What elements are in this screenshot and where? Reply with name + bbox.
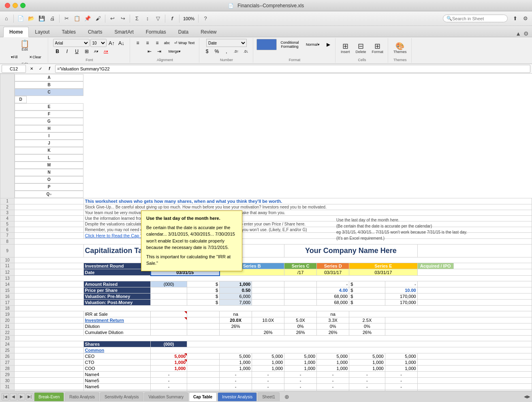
redo-btn[interactable]: ↪: [118, 14, 128, 23]
row-num-11[interactable]: 11: [0, 263, 15, 269]
undo-btn[interactable]: ↩: [107, 14, 117, 23]
tab-nav-first[interactable]: |◀: [2, 393, 9, 400]
cell-i14[interactable]: $: [349, 281, 385, 287]
tab-review[interactable]: Review: [194, 27, 222, 37]
wrap-text-btn[interactable]: ⏎ Wrap Text: [172, 39, 197, 47]
sort-btn[interactable]: ↕: [143, 14, 152, 23]
cell-g27[interactable]: 1,000: [284, 359, 317, 366]
col-header-h[interactable]: H: [15, 125, 83, 132]
cell-k17[interactable]: [417, 300, 532, 306]
sheet-tab-ratio[interactable]: Ratio Analysis: [65, 392, 99, 401]
sheet-tab-sheet1[interactable]: Sheet1: [258, 392, 280, 401]
cell-b25[interactable]: Common: [83, 347, 151, 353]
col-header-m[interactable]: M: [15, 162, 83, 169]
underline-btn[interactable]: U: [73, 47, 81, 55]
cell-b26[interactable]: CEO: [83, 353, 151, 359]
cell-e22[interactable]: [220, 330, 252, 336]
grid-container[interactable]: A B C D E F G H I J K L M N O P Q »: [0, 74, 532, 391]
cell-k26[interactable]: [417, 353, 532, 359]
cell-d24[interactable]: [187, 341, 532, 347]
comma2-btn[interactable]: ,: [222, 47, 231, 55]
col-header-j[interactable]: J: [15, 140, 83, 147]
cell-d15[interactable]: $: [187, 287, 220, 294]
cell-h20[interactable]: 3.3X: [317, 317, 349, 323]
col-header-f[interactable]: F: [15, 111, 83, 118]
cell-i26[interactable]: 5,000: [349, 353, 385, 359]
increase-font-btn[interactable]: A↑: [107, 39, 116, 47]
cell-c28[interactable]: 1,000: [151, 366, 187, 372]
delete-btn[interactable]: ⊟ Delete: [354, 41, 368, 55]
cell-a12[interactable]: [15, 269, 84, 276]
cell-j28[interactable]: 1,000: [385, 366, 417, 372]
tab-smartart[interactable]: SmartArt: [108, 27, 139, 37]
cell-k11[interactable]: Acquired / IPO: [417, 263, 453, 269]
help-btn[interactable]: ?: [201, 14, 210, 23]
cell-f21[interactable]: [252, 323, 284, 330]
col-header-p[interactable]: P: [15, 183, 83, 191]
clear-btn[interactable]: ✕ Clear: [25, 53, 45, 61]
cell-i22[interactable]: 26%: [349, 330, 385, 336]
cell-b1[interactable]: This worksheet shows who gets how many s…: [83, 198, 532, 204]
align-right-btn[interactable]: ≡: [153, 39, 162, 47]
cancel-formula-btn[interactable]: ✕: [28, 65, 36, 73]
align-left-btn[interactable]: ≡: [133, 39, 142, 47]
col-header-c[interactable]: C: [15, 89, 83, 96]
col-header-i[interactable]: I: [15, 132, 83, 140]
cell-c24[interactable]: (000): [151, 341, 187, 347]
ribbon-collapse-btn[interactable]: ▲: [515, 30, 521, 37]
cell-d20[interactable]: [187, 317, 220, 323]
cell-h14[interactable]: -: [317, 281, 349, 287]
decrease-dec-btn[interactable]: .0↓: [241, 47, 250, 55]
cell-a6[interactable]: [15, 227, 84, 232]
increase-dec-btn[interactable]: .0↑: [232, 47, 241, 55]
percent-btn[interactable]: $: [203, 47, 212, 55]
cut-btn[interactable]: ✂: [62, 14, 71, 23]
cell-a19[interactable]: [15, 311, 84, 317]
cell-a15[interactable]: [15, 287, 84, 294]
tab-tables[interactable]: Tables: [56, 27, 82, 37]
cell-k28[interactable]: [417, 366, 532, 372]
minimize-button[interactable]: [13, 3, 18, 8]
cell-f16[interactable]: [252, 294, 284, 300]
cell-a22[interactable]: [15, 330, 84, 336]
cell-b2[interactable]: Stock Give-Up... Be careful about giving…: [83, 204, 532, 210]
cell-a14[interactable]: [15, 281, 84, 287]
cell-b28[interactable]: COO: [83, 366, 151, 372]
sheet-tab-sensitivity[interactable]: Sensitivity Analysis: [100, 392, 143, 401]
maximize-button[interactable]: [20, 3, 26, 8]
indent-left-btn[interactable]: ⇤: [145, 47, 154, 55]
cell-k16[interactable]: [417, 294, 532, 300]
cell-f14[interactable]: [252, 281, 284, 287]
font-color-btn[interactable]: A▾: [102, 47, 111, 55]
cell-e15[interactable]: 0.50: [220, 287, 252, 294]
cell-j17[interactable]: 170,000: [385, 300, 417, 306]
sheet-tab-captable[interactable]: Cap Table: [189, 392, 217, 401]
cell-i21[interactable]: 0%: [349, 323, 385, 330]
cell-d14[interactable]: $: [187, 281, 220, 287]
cell-d26[interactable]: [187, 353, 220, 359]
tab-nav-prev[interactable]: ◀: [10, 393, 17, 400]
cell-j27[interactable]: 1,000: [385, 359, 417, 366]
insert-btn[interactable]: ⊞ Insert: [339, 41, 352, 55]
cell-e20[interactable]: 20.0X: [220, 317, 252, 323]
cell-j21[interactable]: [385, 323, 532, 330]
cell-k14[interactable]: [417, 281, 532, 287]
cell-k9[interactable]: [417, 244, 532, 257]
col-header-k[interactable]: K: [15, 147, 83, 154]
cell-c29[interactable]: -: [151, 372, 187, 378]
cell-b12[interactable]: Date: [83, 269, 151, 276]
cell-a26[interactable]: [15, 353, 84, 359]
cell-h22[interactable]: 26%: [317, 330, 349, 336]
cell-f15[interactable]: [252, 287, 284, 294]
cell-i27[interactable]: 1,000: [349, 359, 385, 366]
row-num-14[interactable]: 14: [0, 281, 15, 287]
font-size-select[interactable]: 10: [90, 39, 107, 47]
col-header-l[interactable]: L: [15, 154, 83, 162]
cell-k15[interactable]: [417, 287, 532, 294]
window-controls[interactable]: [5, 3, 26, 8]
cell-e28[interactable]: 1,000: [220, 366, 252, 372]
cell-c27[interactable]: 1,000: [151, 359, 187, 366]
close-button[interactable]: [5, 3, 10, 8]
col-header-n[interactable]: N: [15, 169, 83, 176]
cell-m11[interactable]: [453, 263, 532, 269]
